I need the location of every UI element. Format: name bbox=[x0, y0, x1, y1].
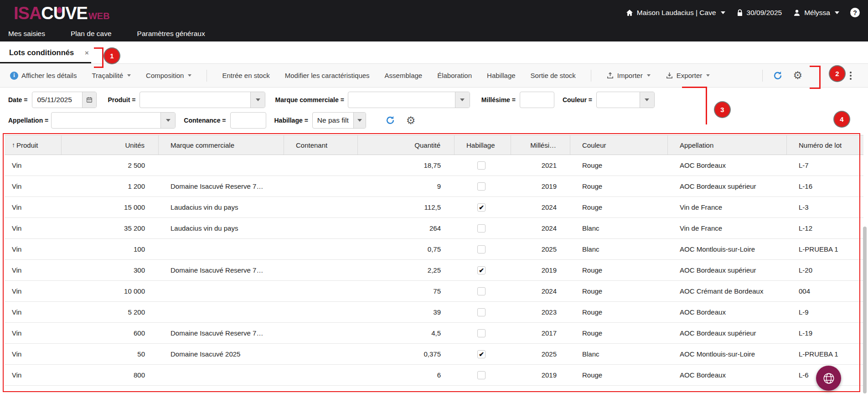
table-row[interactable]: Vin1 200Domaine Isacuvé Reserve 7…92019R… bbox=[5, 176, 863, 197]
cell-habillage bbox=[455, 323, 511, 343]
millesime-input[interactable] bbox=[520, 92, 554, 108]
column-header-unites[interactable]: Unités bbox=[62, 135, 159, 155]
nav-parametres-generaux[interactable]: Paramètres généraux bbox=[137, 30, 205, 38]
chevron-down-icon[interactable] bbox=[160, 113, 175, 128]
help-icon[interactable]: ? bbox=[850, 8, 860, 17]
habillage-checkbox[interactable] bbox=[477, 371, 486, 379]
chevron-down-icon[interactable] bbox=[455, 92, 470, 108]
filter-settings-gear-icon[interactable]: ⚙ bbox=[406, 115, 416, 126]
cell-contenant bbox=[284, 176, 358, 196]
cell-habillage bbox=[455, 281, 511, 301]
habillage-checkbox[interactable]: ✔ bbox=[477, 350, 486, 358]
globe-icon bbox=[822, 372, 836, 385]
column-header-millesime[interactable]: Millési… bbox=[511, 135, 570, 155]
assemblage-button[interactable]: Assemblage bbox=[385, 72, 423, 79]
cell-unites: 5 200 bbox=[62, 302, 159, 322]
filter-refresh-icon[interactable] bbox=[385, 115, 395, 125]
column-header-marque[interactable]: Marque commerciale bbox=[159, 135, 284, 155]
chevron-down-icon[interactable] bbox=[250, 92, 265, 108]
habillage-checkbox[interactable] bbox=[477, 245, 486, 253]
site-selector[interactable]: Maison Laudacius | Cave bbox=[625, 9, 725, 17]
appellation-filter-combobox[interactable] bbox=[51, 112, 176, 129]
table-row[interactable]: Vin5 200392023RougeAOC BordeauxL-9 bbox=[5, 302, 863, 323]
info-icon: i bbox=[10, 72, 18, 80]
composition-menu-button[interactable]: Composition bbox=[146, 72, 191, 79]
table-row[interactable]: Vin35 200Laudacius vin du pays2642024Bla… bbox=[5, 218, 863, 239]
couleur-filter-combobox[interactable] bbox=[596, 92, 655, 108]
entree-en-stock-button[interactable]: Entrée en stock bbox=[222, 72, 269, 79]
toolbar-separator bbox=[591, 70, 591, 82]
export-icon bbox=[666, 72, 673, 79]
cell-appellation: AOC Bordeaux supérieur bbox=[668, 323, 787, 343]
close-tab-icon[interactable]: × bbox=[85, 49, 89, 57]
table-row[interactable]: Vin15 000Laudacius vin du pays112,5✔2024… bbox=[5, 197, 863, 218]
column-header-lot[interactable]: Numéro de lot bbox=[787, 135, 863, 155]
column-header-quantite[interactable]: Quantité bbox=[358, 135, 455, 155]
cell-marque: Domaine Isacuvé Reserve 7… bbox=[159, 323, 284, 343]
settings-gear-icon[interactable]: ⚙ bbox=[793, 70, 802, 81]
sortie-de-stock-button[interactable]: Sortie de stock bbox=[531, 72, 576, 79]
table-row[interactable]: Vin10 000752024RougeAOC Crémant de Borde… bbox=[5, 281, 863, 302]
modifier-caracteristiques-button[interactable]: Modifier les caractéristiques bbox=[285, 72, 370, 79]
habillage-filter-select[interactable]: Ne pas filt bbox=[312, 112, 366, 129]
cell-lot: L-19 bbox=[787, 323, 863, 343]
importer-menu-button[interactable]: Importer bbox=[606, 72, 651, 79]
cell-unites: 15 000 bbox=[62, 197, 159, 217]
column-header-habillage[interactable]: Habillage bbox=[455, 135, 511, 155]
cell-couleur: Rouge bbox=[570, 176, 668, 196]
column-header-appellation[interactable]: Appellation bbox=[668, 135, 787, 155]
habillage-checkbox[interactable] bbox=[477, 161, 486, 170]
session-date[interactable]: 30/09/2025 bbox=[736, 9, 782, 17]
toolbar-right: ⚙ bbox=[762, 70, 861, 82]
cell-lot: L-20 bbox=[787, 260, 863, 280]
nav-mes-saisies[interactable]: Mes saisies bbox=[8, 30, 45, 38]
cell-produit: Vin bbox=[5, 176, 62, 196]
habillage-checkbox[interactable] bbox=[477, 287, 486, 295]
column-header-couleur[interactable]: Couleur bbox=[570, 135, 668, 155]
cell-appellation: AOC Bordeaux bbox=[668, 365, 787, 385]
table-row[interactable]: Vin2 50018,752021RougeAOC BordeauxL-7 bbox=[5, 155, 863, 176]
tab-lots-conditionnes[interactable]: Lots conditionnés × bbox=[0, 41, 89, 63]
table-row[interactable]: Vin50Domaine Isacuvé 20250,375✔2025Blanc… bbox=[5, 344, 863, 365]
marque-filter-combobox[interactable] bbox=[348, 92, 470, 108]
habillage-checkbox[interactable] bbox=[477, 329, 486, 337]
habillage-checkbox[interactable] bbox=[477, 308, 486, 316]
toolbar: i Afficher les détails Traçabilité Compo… bbox=[0, 64, 868, 88]
habillage-button[interactable]: Habillage bbox=[487, 72, 516, 79]
habillage-checkbox[interactable] bbox=[477, 182, 486, 191]
habillage-checkbox[interactable]: ✔ bbox=[477, 203, 486, 212]
cell-produit: Vin bbox=[5, 197, 62, 217]
table-row[interactable]: Vin600Domaine Isacuvé Reserve 7…4,52017R… bbox=[5, 323, 863, 344]
chevron-down-icon[interactable] bbox=[353, 113, 366, 128]
cell-habillage bbox=[455, 218, 511, 238]
column-header-produit[interactable]: ↑Produit bbox=[5, 135, 62, 155]
cell-appellation: AOC Montlouis-sur-Loire bbox=[668, 344, 787, 364]
table-row[interactable]: Vin1000,752025BlancAOC Montlouis-sur-Loi… bbox=[5, 239, 863, 260]
table-row[interactable]: Vin80062019RougeAOC BordeauxL-6 bbox=[5, 365, 863, 386]
exporter-menu-button[interactable]: Exporter bbox=[666, 72, 710, 79]
cell-unites: 50 bbox=[62, 344, 159, 364]
column-header-contenant[interactable]: Contenant bbox=[284, 135, 358, 155]
contenance-input[interactable] bbox=[230, 112, 266, 129]
produit-filter-combobox[interactable] bbox=[140, 92, 265, 108]
globe-fab-button[interactable] bbox=[816, 366, 841, 391]
chevron-down-icon bbox=[647, 74, 651, 77]
more-options-kebab-icon[interactable] bbox=[846, 75, 855, 77]
cell-couleur: Rouge bbox=[570, 197, 668, 217]
vertical-scrollbar[interactable] bbox=[863, 227, 867, 393]
user-menu[interactable]: Mélyssa bbox=[793, 9, 839, 17]
habillage-checkbox[interactable] bbox=[477, 224, 486, 233]
elaboration-button[interactable]: Élaboration bbox=[437, 72, 472, 79]
nav-plan-de-cave[interactable]: Plan de cave bbox=[71, 30, 112, 38]
app: { "colors": { "brand_magenta": "#a6215f"… bbox=[0, 0, 868, 398]
cell-lot: L-7 bbox=[787, 155, 863, 176]
chevron-down-icon[interactable] bbox=[640, 92, 654, 108]
calendar-icon[interactable] bbox=[82, 92, 96, 108]
habillage-checkbox[interactable]: ✔ bbox=[477, 266, 486, 274]
date-input[interactable] bbox=[32, 92, 82, 108]
afficher-details-button[interactable]: i Afficher les détails bbox=[10, 72, 77, 80]
tracabilite-menu-button[interactable]: Traçabilité bbox=[92, 72, 131, 79]
table-row[interactable]: Vin300Domaine Isacuvé Reserve 7…2,25✔201… bbox=[5, 260, 863, 281]
refresh-icon[interactable] bbox=[773, 71, 783, 81]
cell-habillage: ✔ bbox=[455, 344, 511, 364]
